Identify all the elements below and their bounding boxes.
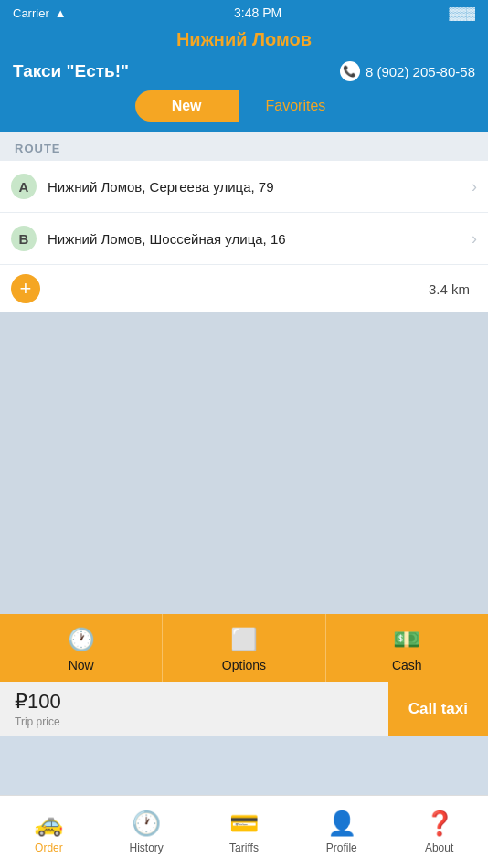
phone-icon: 📞 (340, 61, 360, 81)
taxi-name: Такси "Есть!" (13, 61, 129, 81)
chevron-a-icon: › (472, 177, 477, 196)
route-text-a: Нижний Ломов, Сергеева улица, 79 (48, 179, 461, 195)
history-icon: 🕐 (132, 810, 161, 838)
nav-about[interactable]: ❓ About (390, 796, 488, 868)
about-label: About (425, 842, 453, 854)
marker-a: A (11, 174, 37, 199)
price-left: ₽100 Trip price (0, 682, 388, 736)
city-name: Нижний Ломов (0, 29, 488, 50)
tariffs-icon: 💳 (229, 810, 259, 838)
now-label: Now (69, 658, 94, 672)
history-label: History (130, 842, 164, 854)
options-button[interactable]: ⬜ Options (163, 614, 325, 682)
nav-order[interactable]: 🚕 Order (0, 796, 98, 868)
wifi-icon: ▲ (55, 6, 67, 20)
status-left: Carrier ▲ (13, 6, 67, 20)
profile-label: Profile (326, 842, 357, 854)
bottom-nav: 🚕 Order 🕐 History 💳 Tariffs 👤 Profile ❓ … (0, 795, 488, 868)
distance-text: 3.4 km (429, 281, 470, 297)
nav-profile[interactable]: 👤 Profile (292, 796, 390, 868)
options-icon: ⬜ (230, 627, 258, 652)
order-icon: 🚕 (34, 810, 63, 838)
sub-header: Такси "Есть!" 📞 8 (902) 205-80-58 (0, 58, 488, 90)
carrier-label: Carrier (13, 6, 49, 20)
status-time: 3:48 PM (234, 5, 281, 20)
tab-favorites[interactable]: Favorites (239, 90, 354, 122)
route-section: ROUTE A Нижний Ломов, Сергеева улица, 79… (0, 132, 488, 312)
clock-icon: 🕐 (68, 627, 95, 652)
route-list: A Нижний Ломов, Сергеева улица, 79 › B Н… (0, 161, 488, 312)
map-area (0, 312, 488, 614)
app-header: Нижний Ломов (0, 26, 488, 58)
profile-icon: 👤 (327, 810, 356, 838)
nav-history[interactable]: 🕐 History (98, 796, 196, 868)
order-label: Order (35, 842, 63, 854)
phone-area[interactable]: 📞 8 (902) 205-80-58 (340, 61, 475, 81)
options-label: Options (222, 658, 266, 672)
marker-b: B (11, 226, 37, 251)
status-right: ▓▓▓ (450, 6, 475, 20)
price-row: ₽100 Trip price Call taxi (0, 682, 488, 736)
call-taxi-button[interactable]: Call taxi (388, 682, 488, 736)
nav-tariffs[interactable]: 💳 Tariffs (196, 796, 293, 868)
now-button[interactable]: 🕐 Now (0, 614, 163, 682)
route-add-row: + 3.4 km (0, 265, 488, 312)
add-stop-button[interactable]: + (11, 274, 40, 303)
cash-button[interactable]: 💵 Cash (326, 614, 488, 682)
chevron-b-icon: › (472, 229, 477, 249)
tab-new[interactable]: New (135, 90, 239, 122)
battery-icon: ▓▓▓ (450, 6, 475, 20)
tariffs-label: Tariffs (229, 842, 259, 854)
action-buttons: 🕐 Now ⬜ Options 💵 Cash (0, 614, 488, 682)
route-label: ROUTE (0, 132, 488, 161)
price-amount: ₽100 (15, 690, 374, 714)
about-icon: ❓ (425, 810, 454, 838)
status-bar: Carrier ▲ 3:48 PM ▓▓▓ (0, 0, 488, 26)
tabs-bar: New Favorites (0, 90, 488, 132)
cash-label: Cash (392, 658, 422, 672)
cash-icon: 💵 (393, 627, 420, 652)
route-text-b: Нижний Ломов, Шоссейная улица, 16 (48, 231, 461, 247)
price-label: Trip price (15, 715, 374, 728)
route-item-a[interactable]: A Нижний Ломов, Сергеева улица, 79 › (0, 161, 488, 213)
route-item-b[interactable]: B Нижний Ломов, Шоссейная улица, 16 › (0, 213, 488, 265)
phone-number: 8 (902) 205-80-58 (366, 64, 475, 79)
